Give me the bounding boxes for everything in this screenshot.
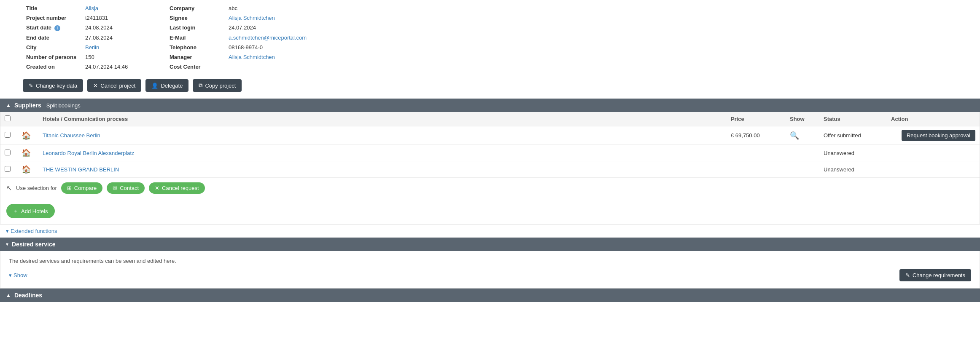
delegate-button[interactable]: 👤 Delegate bbox=[145, 79, 188, 92]
key-data-row-1: Title Alisja Company abc bbox=[23, 3, 957, 13]
label-project-number: Project number bbox=[23, 13, 82, 23]
select-all-checkbox[interactable] bbox=[5, 115, 11, 121]
header-status-col: Status bbox=[819, 112, 887, 126]
city-link[interactable]: Berlin bbox=[85, 44, 99, 51]
header-show-col: Show bbox=[786, 112, 819, 126]
cancel-project-button[interactable]: ✕ Cancel project bbox=[87, 79, 141, 92]
compare-icon: ⊞ bbox=[67, 185, 72, 191]
hotel-status-1: Offer submitted bbox=[819, 126, 887, 145]
add-hotels-button[interactable]: ＋ Add Hotels bbox=[6, 204, 55, 218]
label-persons: Number of persons bbox=[23, 52, 82, 62]
desired-service-show-link[interactable]: ▾ Show bbox=[9, 272, 27, 278]
hotel-price-3 bbox=[727, 161, 786, 178]
add-hotels-row: ＋ Add Hotels bbox=[0, 198, 980, 224]
selection-label: Use selection for bbox=[16, 185, 57, 191]
change-req-icon: ✎ bbox=[905, 272, 910, 278]
hotel-name-link-3[interactable]: THE WESTIN GRAND BERLIN bbox=[43, 166, 119, 173]
label-company: Company bbox=[166, 3, 225, 13]
manager-link[interactable]: Alisja Schmidtchen bbox=[229, 54, 275, 60]
suppliers-subtitle: Split bookings bbox=[46, 102, 81, 109]
change-requirements-button[interactable]: ✎ Change requirements bbox=[899, 269, 971, 281]
cancel-req-icon: ✕ bbox=[155, 185, 159, 191]
cancel-request-button[interactable]: ✕ Cancel request bbox=[149, 182, 205, 194]
label-city: City bbox=[23, 43, 82, 52]
hotel-price-1: € 69,750.00 bbox=[727, 126, 786, 145]
key-data-row-3: Start date i 24.08.2024 Last login 24.07… bbox=[23, 23, 957, 33]
desired-service-header[interactable]: ▾ Desired service bbox=[0, 238, 980, 251]
value-manager: Alisja Schmidtchen bbox=[225, 52, 957, 62]
deadlines-section: ▲ Deadlines bbox=[0, 289, 980, 302]
label-email: E-Mail bbox=[166, 33, 225, 43]
extended-functions-label: Extended functions bbox=[11, 228, 57, 234]
desired-service-section: ▾ Desired service The desired services a… bbox=[0, 238, 980, 289]
copy-project-button[interactable]: ⧉ Copy project bbox=[193, 79, 242, 92]
copy-icon: ⧉ bbox=[199, 82, 202, 89]
table-row: 🏠Leonardo Royal Berlin AlexanderplatzUna… bbox=[0, 145, 980, 161]
request-booking-approval-button[interactable]: Request booking approval bbox=[902, 130, 975, 141]
value-last-login: 24.07.2024 bbox=[225, 23, 957, 33]
suppliers-section: ▲ Suppliers Split bookings Hotels / Comm… bbox=[0, 99, 980, 224]
show-document-icon-1[interactable]: 🔍 bbox=[790, 131, 799, 140]
hotels-table: Hotels / Communication process Price Sho… bbox=[0, 112, 980, 178]
value-start-date: 24.08.2024 bbox=[82, 23, 166, 33]
suppliers-section-header[interactable]: ▲ Suppliers Split bookings bbox=[0, 99, 980, 112]
selection-bar: ↖ Use selection for ⊞ Compare ✉ Contact … bbox=[0, 178, 980, 198]
hotels-table-header: Hotels / Communication process Price Sho… bbox=[0, 112, 980, 126]
contact-button[interactable]: ✉ Contact bbox=[107, 182, 145, 194]
value-cost-center bbox=[225, 62, 957, 72]
hotel-checkbox-3[interactable] bbox=[5, 166, 11, 172]
hotel-checkbox-2[interactable] bbox=[5, 150, 11, 155]
start-date-info-icon[interactable]: i bbox=[54, 25, 60, 31]
extended-functions-row[interactable]: ▾ Extended functions bbox=[0, 224, 980, 238]
value-email: a.schmidtchen@miceportal.com bbox=[225, 33, 957, 43]
header-icon-col bbox=[17, 112, 38, 126]
label-telephone: Telephone bbox=[166, 43, 225, 52]
desired-service-content: The desired services and requirements ca… bbox=[0, 251, 980, 289]
label-cost-center: Cost Center bbox=[166, 62, 225, 72]
key-data-row-6: Number of persons 150 Manager Alisja Sch… bbox=[23, 52, 957, 62]
hotel-name-link-1[interactable]: Titanic Chaussee Berlin bbox=[43, 132, 100, 139]
hotel-checkbox-1[interactable] bbox=[5, 132, 11, 138]
key-data-row-2: Project number t2411831 Signee Alisja Sc… bbox=[23, 13, 957, 23]
label-title: Title bbox=[23, 3, 82, 13]
table-row: 🏠THE WESTIN GRAND BERLINUnanswered bbox=[0, 161, 980, 178]
selection-arrow-icon: ↖ bbox=[6, 184, 12, 192]
desired-service-note: The desired services and requirements ca… bbox=[9, 258, 971, 264]
suppliers-chevron-icon: ▲ bbox=[6, 102, 11, 108]
header-checkbox-col bbox=[0, 112, 17, 126]
hotel-name-link-2[interactable]: Leonardo Royal Berlin Alexanderplatz bbox=[43, 150, 135, 156]
label-end-date: End date bbox=[23, 33, 82, 43]
extended-chevron-icon: ▾ bbox=[6, 228, 9, 234]
show-chevron-icon: ▾ bbox=[9, 272, 12, 278]
deadlines-section-header[interactable]: ▲ Deadlines bbox=[0, 289, 980, 302]
hotel-icon-2: 🏠 bbox=[22, 148, 31, 158]
hotel-status-2: Unanswered bbox=[819, 145, 887, 161]
hotel-price-2 bbox=[727, 145, 786, 161]
header-action-col: Action bbox=[887, 112, 980, 126]
value-telephone: 08168-9974-0 bbox=[225, 43, 957, 52]
change-key-data-button[interactable]: ✎ Change key data bbox=[23, 79, 83, 92]
hotel-icon-3: 🏠 bbox=[22, 165, 31, 174]
value-end-date: 27.08.2024 bbox=[82, 33, 166, 43]
key-data-row-7: Created on 24.07.2024 14:46 Cost Center bbox=[23, 62, 957, 72]
title-link[interactable]: Alisja bbox=[85, 5, 98, 11]
deadlines-chevron-icon: ▲ bbox=[6, 292, 11, 298]
key-data-section: Title Alisja Company abc Project number … bbox=[0, 0, 980, 75]
email-link[interactable]: a.schmidtchen@miceportal.com bbox=[229, 35, 307, 41]
suppliers-title: Suppliers bbox=[14, 102, 41, 109]
desired-service-chevron-icon: ▾ bbox=[6, 241, 8, 247]
label-last-login: Last login bbox=[166, 23, 225, 33]
plus-icon: ＋ bbox=[13, 207, 19, 215]
value-project-number: t2411831 bbox=[82, 13, 166, 23]
label-manager: Manager bbox=[166, 52, 225, 62]
deadlines-title: Deadlines bbox=[14, 292, 42, 299]
compare-button[interactable]: ⊞ Compare bbox=[61, 182, 102, 194]
key-data-table: Title Alisja Company abc Project number … bbox=[23, 3, 957, 72]
desired-service-title: Desired service bbox=[12, 241, 56, 248]
value-company: abc bbox=[225, 3, 957, 13]
cancel-icon: ✕ bbox=[93, 83, 98, 89]
value-persons: 150 bbox=[82, 52, 166, 62]
hotel-icon-1: 🏠 bbox=[22, 131, 31, 140]
person-icon: 👤 bbox=[151, 83, 158, 89]
signee-link[interactable]: Alisja Schmidtchen bbox=[229, 15, 275, 21]
